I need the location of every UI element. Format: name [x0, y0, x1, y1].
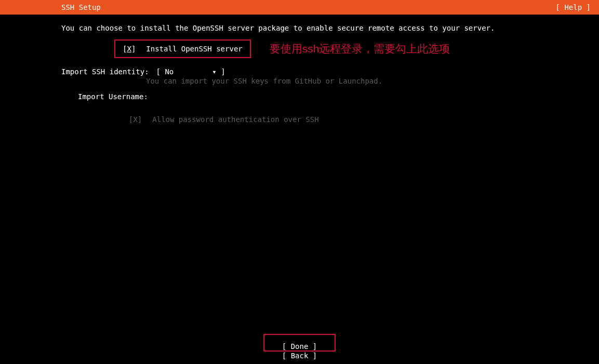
- install-label: Install OpenSSH server: [146, 45, 242, 53]
- main-content: You can choose to install the OpenSSH se…: [0, 15, 599, 124]
- chevron-down-icon: ▾: [212, 68, 216, 76]
- allow-password-row: [X] Allow password authentication over S…: [129, 115, 599, 124]
- header-title: SSH Setup: [61, 3, 101, 11]
- done-button[interactable]: [ Done ]: [282, 342, 317, 350]
- import-identity-row: Import SSH identity: [ No▾ ]: [61, 68, 599, 76]
- install-checkbox[interactable]: [X]: [123, 45, 136, 53]
- help-button[interactable]: [ Help ]: [556, 3, 591, 11]
- annotation-text: 要使用ssh远程登录，需要勾上此选项: [270, 42, 450, 56]
- import-username-label: Import Username:: [78, 92, 148, 101]
- allow-password-checkbox[interactable]: [X]: [129, 115, 142, 124]
- done-highlight-box: [ Done ]: [263, 334, 336, 352]
- back-button-row: [ Back ]: [282, 352, 317, 360]
- install-highlight-box: [X] Install OpenSSH server: [114, 39, 251, 58]
- back-button[interactable]: [ Back ]: [282, 352, 317, 360]
- import-identity-help: You can import your SSH keys from GitHub…: [146, 77, 599, 85]
- import-identity-label: Import SSH identity:: [61, 68, 149, 76]
- import-identity-dropdown[interactable]: [ No▾ ]: [156, 68, 225, 76]
- import-username-row: Import Username:: [78, 92, 599, 101]
- header-bar: SSH Setup [ Help ]: [0, 0, 599, 15]
- description-text: You can choose to install the OpenSSH se…: [61, 24, 599, 32]
- bottom-buttons: [ Done ] [ Back ]: [0, 334, 599, 360]
- allow-password-label: Allow password authentication over SSH: [152, 115, 318, 124]
- install-row: [X] Install OpenSSH server 要使用ssh远程登录，需要…: [61, 39, 599, 58]
